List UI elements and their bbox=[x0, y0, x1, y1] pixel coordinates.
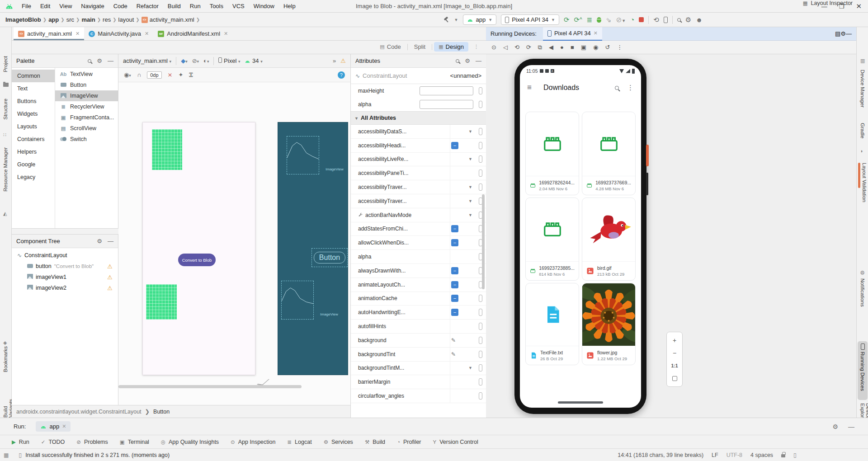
toggle-indeterminate[interactable]: − bbox=[451, 225, 458, 232]
sidebar-item-resource-manager[interactable]: Resource Manager bbox=[3, 147, 8, 192]
palette-category[interactable]: Buttons bbox=[12, 95, 55, 108]
tool-window-button[interactable]: ▣ Terminal bbox=[120, 439, 149, 445]
search-everywhere-icon[interactable] bbox=[677, 18, 681, 22]
sidebar-item-running-devices[interactable]: Running Devices bbox=[860, 352, 865, 391]
pick-resource-icon[interactable] bbox=[479, 101, 482, 108]
attribute-row[interactable]: barrierMargin bbox=[351, 375, 486, 389]
toggle-indeterminate[interactable]: − bbox=[451, 267, 458, 274]
attribute-row[interactable]: background ✎ bbox=[351, 334, 486, 348]
attach-debugger-button[interactable]: ⇘ bbox=[606, 16, 612, 23]
pick-resource-icon[interactable] bbox=[479, 87, 482, 94]
menu-item[interactable]: View bbox=[55, 1, 76, 11]
sidebar-item-bookmarks[interactable]: Bookmarks bbox=[3, 346, 8, 372]
pick-resource-icon[interactable] bbox=[479, 295, 482, 302]
layout-inspector-button[interactable]: ▦ Layout Inspector bbox=[803, 0, 853, 6]
run-tab-app[interactable]: app ✕ bbox=[36, 421, 71, 432]
gear-icon[interactable]: ⚙ bbox=[97, 238, 102, 245]
pick-resource-icon[interactable] bbox=[479, 155, 482, 163]
pick-resource-icon[interactable] bbox=[479, 142, 482, 149]
clear-constraints-icon[interactable]: ⨯ bbox=[168, 71, 173, 78]
attribute-row[interactable]: circularflow_angles bbox=[351, 389, 486, 403]
palette-category[interactable]: Widgets bbox=[12, 108, 55, 120]
device-tab[interactable]: Pixel 4 API 34 ✕ bbox=[543, 27, 602, 41]
component-tree-node[interactable]: ∿ ConstraintLayout bbox=[12, 250, 118, 261]
gear-icon[interactable]: ⚙ bbox=[465, 57, 470, 64]
component-tree-node[interactable]: imageView1 ⚠ bbox=[12, 272, 118, 282]
menu-item[interactable]: Edit bbox=[36, 1, 54, 11]
editor-options-kebab-icon[interactable]: ⋮ bbox=[474, 44, 479, 50]
attribute-row[interactable]: accessibilityLiveRe... ▼ bbox=[351, 153, 486, 167]
tab-split[interactable]: Split bbox=[410, 42, 430, 52]
search-icon[interactable] bbox=[456, 59, 459, 63]
device-toolbar-icon[interactable]: ■ bbox=[571, 44, 574, 51]
file-card[interactable]: 169923723885...814 kB Nov 6 bbox=[525, 198, 579, 281]
indent-setting[interactable]: 4 spaces bbox=[750, 452, 773, 458]
palette-item[interactable]: Ab TextView bbox=[55, 69, 118, 80]
close-tab-icon[interactable]: ✕ bbox=[594, 30, 598, 36]
menu-item[interactable]: Build bbox=[164, 1, 185, 11]
close-tab-icon[interactable]: ✕ bbox=[145, 31, 149, 37]
breadcrumb-root[interactable]: androidx.constraintlayout.widget.Constra… bbox=[16, 409, 142, 415]
pick-resource-icon[interactable] bbox=[479, 364, 482, 372]
zoom-out-button[interactable]: − bbox=[667, 347, 682, 359]
profiler-button[interactable]: ◔ bbox=[630, 16, 634, 23]
overflow-chevrons-icon[interactable]: » bbox=[333, 57, 336, 64]
zoom-fit-button[interactable] bbox=[667, 372, 682, 385]
device-toolbar-icon[interactable]: ▣ bbox=[581, 44, 586, 51]
imageview2-preview[interactable] bbox=[146, 284, 177, 320]
sidebar-item-layout-validation[interactable]: Layout Validation bbox=[862, 163, 867, 202]
attribute-row[interactable]: animationCache − bbox=[351, 292, 486, 306]
bookmarks-icon[interactable]: ◈ bbox=[3, 340, 7, 346]
build-hammer-icon[interactable] bbox=[443, 17, 450, 23]
structure-icon[interactable]: ∷ bbox=[3, 132, 6, 138]
imageview1-preview[interactable] bbox=[152, 129, 182, 170]
device-toolbar-icon[interactable]: ◀ bbox=[549, 44, 553, 51]
warning-icon[interactable]: ⚠ bbox=[107, 285, 113, 292]
design-view[interactable]: Convert to Blob bbox=[142, 122, 255, 375]
split-panel-icon[interactable]: ▤ bbox=[835, 30, 840, 37]
target-device-select[interactable]: Pixel 4 API 34▼ bbox=[501, 14, 559, 25]
tool-window-button[interactable]: ▶ Run bbox=[12, 439, 29, 445]
stop-app-button[interactable] bbox=[639, 17, 644, 22]
dropdown-arrow-icon[interactable]: ▼ bbox=[468, 157, 472, 161]
readonly-lock-icon[interactable] bbox=[781, 454, 785, 457]
attribute-value-input[interactable] bbox=[420, 86, 473, 95]
breadcrumb-item[interactable]: app bbox=[48, 16, 59, 23]
profile-avatar-icon[interactable]: ☻ bbox=[696, 16, 703, 24]
tool-window-button[interactable]: ≣ Logcat bbox=[287, 439, 311, 445]
palette-category[interactable]: Helpers bbox=[12, 146, 55, 158]
palette-item[interactable]: ≣ RecyclerView bbox=[55, 101, 118, 112]
hamburger-menu-icon[interactable]: ≡ bbox=[527, 83, 532, 92]
palette-category[interactable]: Common bbox=[12, 70, 55, 82]
gear-icon[interactable]: ⚙ bbox=[840, 30, 846, 37]
pick-resource-icon[interactable] bbox=[479, 378, 482, 386]
apply-changes-button[interactable]: ⟳A bbox=[574, 16, 582, 23]
device-manager-stripe-icon[interactable]: ▥ bbox=[860, 58, 865, 64]
breadcrumb-item[interactable]: ImagetoBlob bbox=[5, 16, 41, 23]
palette-item[interactable]: Button bbox=[55, 80, 118, 90]
breadcrumb-item[interactable]: layout bbox=[118, 16, 134, 23]
dropdown-arrow-icon[interactable]: ▼ bbox=[468, 213, 472, 217]
blueprint-imageview1[interactable]: ImageView bbox=[287, 136, 319, 174]
zoom-in-button[interactable]: + bbox=[667, 334, 682, 347]
warning-icon[interactable]: ⚠ bbox=[107, 274, 113, 281]
convert-button-preview[interactable]: Convert to Blob bbox=[178, 254, 216, 266]
attribute-row[interactable]: autoHandwritingE... − bbox=[351, 306, 486, 320]
pick-resource-icon[interactable] bbox=[479, 351, 482, 358]
file-encoding[interactable]: UTF-8 bbox=[726, 452, 742, 458]
run-configuration-select[interactable]: app▼ bbox=[463, 14, 497, 25]
dropdown-arrow-icon[interactable]: ▼ bbox=[468, 185, 472, 189]
pick-resource-icon[interactable] bbox=[479, 337, 482, 344]
gear-icon[interactable]: ⚙ bbox=[832, 423, 838, 430]
menu-item[interactable]: Help bbox=[279, 1, 300, 11]
palette-category[interactable]: Layouts bbox=[12, 120, 55, 133]
tool-window-button[interactable]: ⚒ Build bbox=[365, 439, 385, 445]
blueprint-button[interactable]: Button bbox=[311, 248, 348, 267]
sidebar-item-notifications[interactable]: Notifications bbox=[860, 278, 865, 307]
search-icon[interactable] bbox=[615, 86, 619, 90]
sidebar-item-project[interactable]: Project bbox=[3, 56, 8, 72]
gear-icon[interactable]: ⚙ bbox=[97, 57, 102, 64]
edit-pencil-icon[interactable]: ✎ bbox=[451, 351, 456, 358]
tool-window-button[interactable]: ◎ App Quality Insights bbox=[161, 439, 219, 445]
component-tree-node[interactable]: imageView2 ⚠ bbox=[12, 282, 118, 293]
